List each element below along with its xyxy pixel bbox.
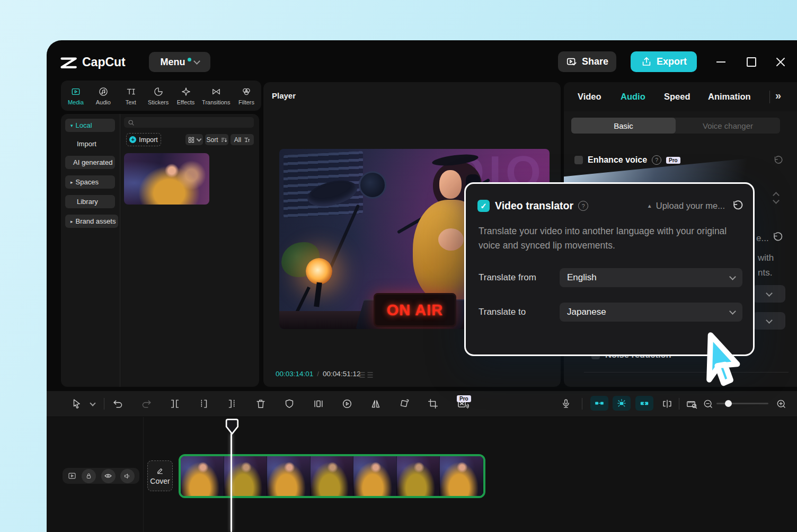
frame-view-icon[interactable] bbox=[359, 371, 373, 378]
subtab-basic-label: Basic bbox=[614, 121, 633, 130]
person-face bbox=[439, 170, 462, 199]
clipped-reset-icon[interactable] bbox=[772, 232, 783, 243]
tab-speed[interactable]: Speed bbox=[664, 92, 690, 102]
import-label: Import bbox=[139, 136, 157, 144]
close-button[interactable] bbox=[773, 55, 788, 69]
hide-track-button[interactable] bbox=[101, 469, 116, 483]
time-separator: / bbox=[317, 370, 319, 378]
magnetic-snap-button[interactable] bbox=[590, 396, 608, 411]
popup-help-icon[interactable]: ? bbox=[578, 201, 588, 211]
clip-frame bbox=[311, 456, 354, 496]
clipped-dropdown-1[interactable] bbox=[752, 285, 785, 303]
split-button[interactable] bbox=[169, 397, 181, 411]
tab-audio[interactable]: Audio bbox=[90, 86, 117, 105]
nav-brand-assets[interactable]: ▸ Brand assets bbox=[65, 215, 118, 228]
menu-button[interactable]: Menu bbox=[149, 52, 210, 72]
rotate-button[interactable] bbox=[398, 397, 411, 411]
delete-right-button[interactable] bbox=[226, 397, 238, 411]
timeline-zoom-slider[interactable] bbox=[716, 403, 768, 404]
edit-toolbar bbox=[47, 391, 797, 417]
tab-text[interactable]: Text bbox=[117, 86, 145, 105]
enhance-voice-label: Enhance voice bbox=[588, 155, 647, 165]
scroll-arrows-icon[interactable] bbox=[774, 194, 778, 203]
view-mode-button[interactable] bbox=[185, 134, 203, 145]
import-plus-icon: + bbox=[129, 136, 136, 143]
clipped-description-fragment-1: with bbox=[758, 253, 774, 263]
popup-reset-icon[interactable] bbox=[731, 200, 743, 212]
stickers-icon bbox=[153, 86, 164, 97]
nav-library[interactable]: Library bbox=[65, 195, 115, 208]
tab-audio[interactable]: Audio bbox=[621, 92, 645, 102]
share-button[interactable]: Share bbox=[558, 51, 616, 72]
import-media-button[interactable]: + Import bbox=[126, 133, 161, 146]
zoom-in-button[interactable] bbox=[775, 397, 787, 411]
media-search-input[interactable] bbox=[124, 117, 254, 128]
nav-ai-generated[interactable]: AI generated bbox=[65, 156, 115, 169]
translate-to-dropdown[interactable]: Japanese bbox=[560, 303, 742, 322]
maximize-button[interactable] bbox=[744, 55, 759, 69]
select-tool-chevron[interactable] bbox=[86, 397, 99, 411]
mask-button[interactable] bbox=[283, 397, 296, 411]
select-tool-button[interactable] bbox=[70, 397, 83, 411]
tab-video[interactable]: Video bbox=[578, 92, 601, 102]
clip-frame bbox=[397, 456, 440, 496]
record-voiceover-button[interactable] bbox=[560, 397, 572, 411]
subtab-basic[interactable]: Basic bbox=[571, 118, 676, 134]
auto-highlight-button[interactable] bbox=[613, 396, 631, 411]
tab-media[interactable]: Media bbox=[62, 86, 90, 105]
tab-filters[interactable]: Filters bbox=[233, 86, 260, 105]
track-type-icon bbox=[67, 471, 77, 481]
tab-effects[interactable]: Effects bbox=[172, 86, 200, 105]
reverse-button[interactable] bbox=[341, 397, 353, 411]
enhance-voice-reset-icon[interactable] bbox=[773, 155, 783, 166]
playhead-handle[interactable] bbox=[225, 418, 240, 437]
translate-from-dropdown[interactable]: English bbox=[560, 268, 742, 287]
timeline-preview-button[interactable] bbox=[685, 397, 698, 411]
export-button[interactable]: Export bbox=[631, 51, 697, 72]
subtab-voice-changer[interactable]: Voice changer bbox=[676, 118, 780, 134]
maximize-icon bbox=[747, 57, 756, 67]
upload-media-link[interactable]: ▲ Upload your me... bbox=[647, 201, 725, 211]
nav-local[interactable]: ▾ Local bbox=[65, 119, 115, 132]
split-view-button[interactable] bbox=[661, 397, 674, 411]
translate-from-chevron-icon bbox=[729, 273, 736, 280]
video-translator-checkbox[interactable]: ✓ bbox=[477, 200, 490, 212]
clipped-dropdown-2[interactable] bbox=[752, 312, 785, 330]
zoom-out-button[interactable] bbox=[702, 397, 714, 411]
link-clips-button[interactable] bbox=[635, 396, 653, 411]
capcut-logo-icon bbox=[60, 56, 78, 70]
crop-button[interactable] bbox=[427, 397, 439, 411]
tabs-divider bbox=[769, 91, 770, 103]
enhance-voice-checkbox[interactable] bbox=[574, 156, 583, 164]
total-time: 00:04:51:12 bbox=[323, 370, 360, 378]
timeline-video-clip[interactable] bbox=[179, 454, 485, 498]
filter-all-button[interactable]: All bbox=[231, 134, 254, 145]
tab-transitions[interactable]: Transitions bbox=[199, 86, 233, 105]
bulb-stand bbox=[314, 282, 322, 307]
export-icon bbox=[641, 56, 652, 68]
edit-cover-button[interactable]: Cover bbox=[147, 460, 173, 491]
nav-spaces[interactable]: ▸ Spaces bbox=[65, 175, 115, 189]
tab-audio-label: Audio bbox=[96, 99, 111, 105]
lock-track-button[interactable] bbox=[82, 469, 96, 483]
minimize-button[interactable] bbox=[713, 55, 728, 69]
delete-left-button[interactable] bbox=[197, 397, 210, 411]
nav-import[interactable]: Import bbox=[65, 137, 115, 150]
triangle-up-icon: ▲ bbox=[647, 203, 652, 209]
playhead-line[interactable] bbox=[231, 433, 232, 532]
enhance-voice-help-icon[interactable]: ? bbox=[652, 155, 661, 165]
tab-stickers[interactable]: Stickers bbox=[145, 86, 172, 105]
undo-button[interactable] bbox=[111, 397, 124, 411]
zoom-slider-handle[interactable] bbox=[725, 400, 732, 407]
freeze-frame-button[interactable] bbox=[312, 397, 325, 411]
delete-button[interactable] bbox=[254, 397, 267, 411]
sort-button[interactable]: Sort bbox=[205, 134, 228, 145]
mute-track-button[interactable] bbox=[120, 469, 135, 483]
media-thumbnail[interactable] bbox=[124, 153, 209, 205]
more-tabs-button[interactable]: » bbox=[775, 90, 781, 102]
nav-import-label: Import bbox=[77, 140, 96, 148]
tab-animation[interactable]: Animation bbox=[708, 92, 751, 102]
redo-button[interactable] bbox=[140, 397, 153, 411]
nav-local-label: Local bbox=[76, 121, 92, 129]
mirror-button[interactable] bbox=[369, 397, 382, 411]
